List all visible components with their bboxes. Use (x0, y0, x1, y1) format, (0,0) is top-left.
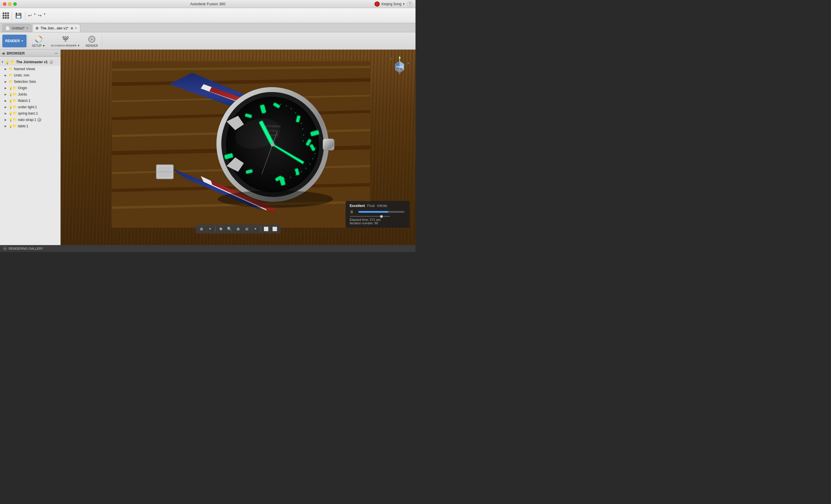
table-visibility-icon[interactable]: 💡 (9, 124, 13, 128)
orbit-dropdown[interactable]: ▼ (206, 226, 214, 232)
display-settings-icon: ⬜ (272, 227, 277, 231)
bt-sep-1 (216, 226, 216, 232)
render-quality-final[interactable]: Final (367, 204, 375, 208)
browser-item-named-views[interactable]: ▶ 📁 Named Views (0, 66, 60, 72)
pan-icon: ✥ (219, 227, 223, 231)
redo-button[interactable]: ↪ (37, 11, 42, 19)
render-quality-infinite[interactable]: Infinite (377, 204, 387, 208)
under-light-label: under light:1 (18, 105, 37, 109)
save-button[interactable]: 💾 (13, 11, 23, 20)
watch-label: Watch:1 (18, 99, 31, 103)
browser-item-spring-bars[interactable]: ▶ 💡 📁 spring bars:1 (0, 110, 60, 117)
browser-root-item[interactable]: ▼ 💡 📁 The Jointmaster v1 (0, 58, 60, 66)
close-button[interactable] (3, 2, 6, 6)
browser-item-table[interactable]: ▶ 💡 📁 table:1 (0, 123, 60, 129)
svg-point-6 (91, 38, 93, 40)
selection-sets-folder-icon: 📁 (9, 80, 13, 84)
render-quality-slider-thumb[interactable] (380, 215, 383, 218)
camera-icon (87, 35, 96, 44)
browser-item-selection-sets[interactable]: ▶ 📁 Selection Sets (0, 79, 60, 85)
bottom-toolbar: ⊕ ▼ ✥ 🔍 ⊕ ⊖ ▼ ⬜ ⬜ (196, 224, 281, 234)
zoom-fit-button[interactable]: 🔍 (226, 226, 234, 232)
watch-expand[interactable]: ▶ (5, 99, 9, 102)
browser-item-origin[interactable]: ▶ 💡 📁 Origin (0, 85, 60, 91)
display-settings-button[interactable]: ⬜ (271, 226, 279, 232)
zoom-in-button[interactable]: ⊕ (234, 226, 242, 232)
svg-point-33 (286, 105, 287, 106)
nato-strap-visibility-icon[interactable]: 💡 (9, 118, 13, 122)
render-quality-slider[interactable] (350, 216, 406, 217)
orbit-icon: ⊕ (200, 227, 203, 231)
origin-visibility-icon[interactable]: 💡 (9, 86, 13, 90)
svg-point-39 (303, 135, 304, 136)
svg-text:X: X (407, 62, 409, 65)
camera-label: RENDER (86, 44, 98, 47)
window-controls[interactable] (3, 2, 17, 6)
undo-button[interactable]: ↩ (27, 11, 33, 19)
tab-icon-untitled: 📄 (5, 26, 10, 30)
browser-item-under-light[interactable]: ▶ 💡 📁 under light:1 (0, 104, 60, 110)
nato-strap-label: nato strap:1 (18, 118, 36, 122)
setup-tool[interactable]: SETUP ▼ (29, 33, 48, 49)
origin-expand[interactable]: ▶ (5, 87, 9, 89)
toolbar-separator-1 (11, 11, 12, 20)
svg-point-38 (302, 128, 303, 129)
minimize-button[interactable] (8, 2, 11, 6)
tab-close-jointmaster[interactable]: ✕ (75, 27, 77, 30)
render-progress-fill (358, 211, 389, 213)
nato-strap-expand[interactable]: ▶ (5, 118, 9, 121)
svg-point-45 (305, 168, 306, 169)
named-views-expand[interactable]: ▶ (5, 67, 9, 70)
viewcube[interactable]: FRONT X Y Z (390, 55, 410, 76)
table-expand[interactable]: ▶ (5, 125, 9, 127)
zoom-dropdown[interactable]: ▼ (252, 226, 260, 232)
browser-item-units[interactable]: ▶ 📁 Units: mm (0, 72, 60, 79)
user-menu[interactable]: Keqing Song ▼ (381, 2, 405, 6)
help-button[interactable]: ? (407, 1, 412, 7)
tab-jointmaster[interactable]: ⚙ The Join...ster v1* ✕ (32, 24, 80, 32)
joints-folder-icon: 📁 (13, 92, 17, 96)
tab-untitled[interactable]: 📄 Untitled* ✕ (2, 24, 32, 32)
render-quality-panel: Excellent Final Infinite ⏸ Elapsed time:… (346, 201, 410, 228)
orbit-button[interactable]: ⊕ (198, 226, 206, 232)
redo-dropdown[interactable]: ▼ (42, 11, 47, 19)
svg-point-61 (218, 190, 333, 208)
scene-settings-tool[interactable]: IN-CANVAS RENDER ▼ (48, 33, 83, 48)
viewport[interactable]: AUTODESK FUSION AUTOMATIC (61, 50, 416, 245)
spring-bars-visibility-icon[interactable]: 💡 (9, 112, 13, 115)
selection-sets-expand[interactable]: ▶ (5, 80, 9, 83)
joints-expand[interactable]: ▶ (5, 93, 9, 96)
watch-visibility-icon[interactable]: 💡 (9, 99, 13, 103)
svg-point-1 (37, 38, 40, 41)
render-quality-excellent[interactable]: Excellent (350, 204, 365, 208)
display-mode-button[interactable]: ⬜ (262, 226, 270, 232)
spring-bars-expand[interactable]: ▶ (5, 112, 9, 115)
camera-tool[interactable]: RENDER (83, 33, 101, 49)
render-mode-arrow: ▼ (21, 39, 24, 42)
under-light-expand[interactable]: ▶ (5, 106, 9, 109)
record-button[interactable] (374, 1, 380, 7)
browser-item-joints[interactable]: ▶ 💡 📁 Joints (0, 91, 60, 97)
under-light-visibility-icon[interactable]: 💡 (9, 106, 13, 109)
apps-grid-button[interactable] (2, 11, 10, 20)
undo-dropdown[interactable]: ▼ (33, 11, 37, 19)
render-mode-button[interactable]: RENDER ▼ (2, 35, 27, 47)
render-toolbar: RENDER ▼ SETUP ▼ (0, 32, 416, 50)
zoom-out-button[interactable]: ⊖ (243, 226, 251, 232)
root-expand-arrow[interactable]: ▼ (1, 61, 4, 63)
origin-label: Origin (18, 86, 27, 90)
browser-panel: ◀ BROWSER — ▼ 💡 📁 The Jointmaster v1 ▶ 📁… (0, 50, 61, 245)
iteration-value: 80 (374, 221, 378, 225)
tab-close-untitled[interactable]: ✕ (26, 27, 29, 30)
root-eye-icon[interactable]: 💡 (5, 60, 9, 64)
browser-item-watch[interactable]: ▶ 💡 📁 Watch:1 (0, 97, 60, 104)
browser-minimize-button[interactable]: — (54, 51, 59, 56)
browser-item-nato-strap[interactable]: ▶ 💡 📁 nato strap:1 (0, 117, 60, 123)
maximize-button[interactable] (13, 2, 17, 6)
joints-visibility-icon[interactable]: 💡 (9, 93, 13, 96)
browser-collapse-button[interactable]: ◀ (2, 51, 4, 55)
units-expand[interactable]: ▶ (5, 74, 9, 77)
pan-button[interactable]: ✥ (217, 226, 225, 232)
render-pause-button[interactable]: ⏸ (350, 210, 354, 214)
root-folder-icon: 📁 (11, 60, 15, 64)
